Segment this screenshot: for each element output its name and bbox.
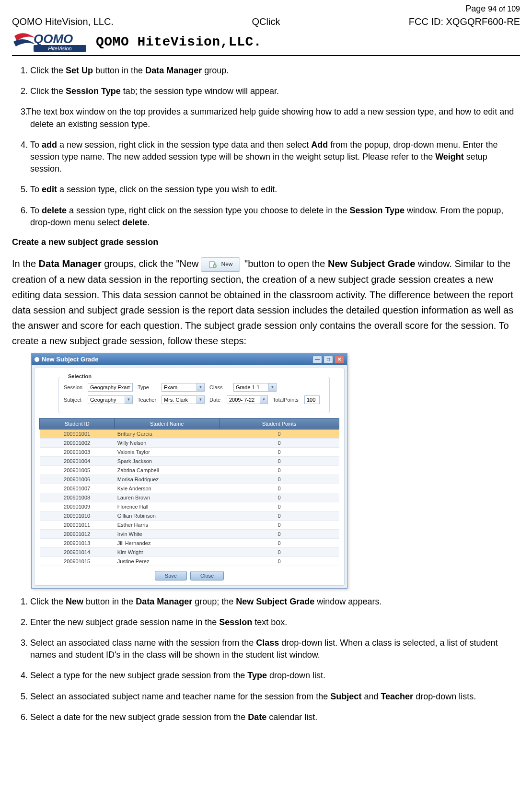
totalpoints-label: TotalPoints [273, 397, 301, 403]
table-row[interactable]: 200901008Lauren Brown0 [40, 493, 339, 502]
col-student-id: Student ID [40, 418, 115, 429]
step-3: The text box window on the top provides … [30, 106, 520, 130]
table-row[interactable]: 200901015Justine Perez0 [40, 557, 339, 566]
header-divider [12, 55, 520, 56]
session-label: Session [64, 384, 85, 390]
cell-name: Valonia Taylor [115, 447, 220, 456]
cell-id: 200901011 [40, 520, 115, 529]
cell-points: 0 [220, 557, 339, 566]
table-row[interactable]: 200901011Esther Harris0 [40, 520, 339, 529]
maximize-button[interactable]: □ [324, 356, 333, 363]
save-button[interactable]: Save [155, 571, 187, 580]
qomo-logo: QOMO HiteVision [12, 30, 89, 54]
selection-legend: Selection [66, 373, 94, 379]
cell-name: Lauren Brown [115, 493, 220, 502]
chevron-down-icon[interactable]: ▼ [260, 395, 268, 404]
step2-2: Enter the new subject grade session name… [30, 616, 520, 628]
subject-label: Subject [64, 397, 85, 403]
step2-6: Select a date for the new subject grade … [30, 711, 520, 723]
cell-name: Morisa Rodriguez [115, 475, 220, 484]
cell-name: Willy Nelson [115, 438, 220, 447]
cell-name: Irvin White [115, 529, 220, 538]
cell-points: 0 [220, 465, 339, 475]
new-subject-grade-window: New Subject Grade — □ ✕ Selection Sessio… [31, 353, 347, 589]
cell-id: 200901006 [40, 475, 115, 484]
cell-points: 0 [220, 511, 339, 520]
cell-points: 0 [220, 475, 339, 484]
close-button[interactable]: ✕ [335, 356, 344, 363]
cell-points: 0 [220, 447, 339, 456]
table-row[interactable]: 200901005Zabrina Campbell0 [40, 465, 339, 475]
cell-name: Kim Wright [115, 547, 220, 557]
type-select[interactable] [162, 383, 197, 392]
body-paragraph: In the Data Manager groups, click the "N… [12, 256, 520, 348]
class-select[interactable] [233, 383, 269, 392]
totalpoints-input[interactable] [304, 395, 320, 404]
col-student-points: Student Points [220, 418, 339, 429]
cell-points: 0 [220, 538, 339, 547]
step-4: To add a new session, right click in the… [30, 139, 520, 175]
date-label: Date [209, 397, 224, 403]
cell-id: 200901001 [40, 429, 115, 438]
cell-id: 200901007 [40, 484, 115, 493]
cell-points: 0 [220, 429, 339, 438]
table-row[interactable]: 200901012Irvin White0 [40, 529, 339, 538]
cell-points: 0 [220, 520, 339, 529]
cell-id: 200901015 [40, 557, 115, 566]
step2-5: Select an associated subject name and te… [30, 691, 520, 703]
close-action-button[interactable]: Close [190, 571, 224, 580]
instruction-list-2: Click the New button in the Data Manager… [30, 596, 520, 723]
cell-points: 0 [220, 484, 339, 493]
cell-points: 0 [220, 438, 339, 447]
company-title: QOMO HiteVision,LLC. [96, 35, 262, 49]
subject-select[interactable] [88, 395, 125, 404]
cell-id: 200901010 [40, 511, 115, 520]
chevron-down-icon[interactable]: ▼ [269, 383, 277, 392]
cell-name: Kyle Anderson [115, 484, 220, 493]
table-row[interactable]: 200901009Florence Hall0 [40, 502, 339, 511]
minimize-button[interactable]: — [312, 356, 322, 363]
table-row[interactable]: 200901010Gillian Robinson0 [40, 511, 339, 520]
col-student-name: Student Name [115, 418, 220, 429]
company-name: QOMO HiteVision, LLC. [12, 16, 181, 27]
cell-points: 0 [220, 547, 339, 557]
cell-name: Justine Perez [115, 557, 220, 566]
header-row: QOMO HiteVision, LLC. QClick FCC ID: XQG… [12, 16, 520, 27]
chevron-down-icon[interactable]: ▼ [125, 395, 133, 404]
step-1: Click the Set Up button in the Data Mana… [30, 65, 520, 77]
teacher-select[interactable] [162, 395, 197, 404]
instruction-list-1: Click the Set Up button in the Data Mana… [30, 65, 520, 229]
step-6: To delete a session type, right click on… [30, 205, 520, 229]
class-label: Class [209, 384, 231, 390]
cell-name: Zabrina Campbell [115, 465, 220, 475]
table-row[interactable]: 200901013Jill Hernandez0 [40, 538, 339, 547]
cell-id: 200901014 [40, 547, 115, 557]
chevron-down-icon[interactable]: ▼ [197, 395, 205, 404]
table-row[interactable]: 200901003Valonia Taylor0 [40, 447, 339, 456]
table-row[interactable]: 200901014Kim Wright0 [40, 547, 339, 557]
cell-name: Brittany Garcia [115, 429, 220, 438]
session-input[interactable] [88, 383, 133, 392]
type-label: Type [138, 384, 159, 390]
document-icon [208, 261, 218, 268]
cell-points: 0 [220, 502, 339, 511]
cell-id: 200901004 [40, 456, 115, 465]
table-row[interactable]: 200901002Willy Nelson0 [40, 438, 339, 447]
students-table: Student ID Student Name Student Points 2… [39, 418, 339, 566]
logo-row: QOMO HiteVision QOMO HiteVision,LLC. [12, 30, 520, 54]
window-title: New Subject Grade [42, 356, 98, 363]
chevron-down-icon[interactable]: ▼ [197, 383, 205, 392]
table-row[interactable]: 200901001Brittany Garcia0 [40, 429, 339, 438]
fcc-id: FCC ID: XQGQRF600-RE [351, 16, 520, 27]
app-name: QClick [181, 16, 350, 27]
table-row[interactable]: 200901004Spark Jackson0 [40, 456, 339, 465]
cell-name: Florence Hall [115, 502, 220, 511]
table-row[interactable]: 200901007Kyle Anderson0 [40, 484, 339, 493]
date-select[interactable] [227, 395, 260, 404]
cell-id: 200901013 [40, 538, 115, 547]
cell-name: Esther Harris [115, 520, 220, 529]
table-row[interactable]: 200901006Morisa Rodriguez0 [40, 475, 339, 484]
cell-id: 200901009 [40, 502, 115, 511]
cell-id: 200901012 [40, 529, 115, 538]
step2-4: Select a type for the new subject grade … [30, 670, 520, 682]
